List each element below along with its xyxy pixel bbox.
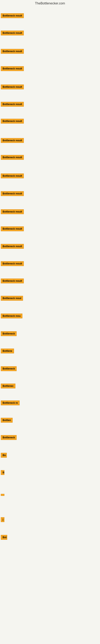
bottleneck-badge-8[interactable]: Bottleneck result — [1, 138, 24, 143]
bottleneck-item-21[interactable]: Bottleneck — [1, 366, 17, 372]
bottleneck-badge-25[interactable]: Bottleneck — [1, 435, 17, 440]
bottleneck-item-24[interactable]: Bottlen — [1, 418, 13, 424]
bottleneck-item-23[interactable]: Bottleneck re — [1, 400, 20, 406]
bottleneck-item-19[interactable]: Bottleneck — [1, 331, 17, 337]
bottleneck-badge-11[interactable]: Bottleneck result — [1, 191, 24, 196]
bottleneck-item-27[interactable]: B — [1, 470, 4, 476]
bottleneck-item-20[interactable]: Bottlene — [1, 348, 14, 354]
bottleneck-badge-16[interactable]: Bottleneck result — [1, 278, 24, 283]
bottleneck-badge-21[interactable]: Bottleneck — [1, 366, 17, 371]
bottleneck-item-12[interactable]: Bottleneck result — [1, 209, 24, 215]
bottleneck-item-17[interactable]: Bottleneck resul — [1, 296, 23, 302]
bottleneck-badge-15[interactable]: Bottleneck result — [1, 261, 24, 266]
bottleneck-badge-4[interactable]: Bottleneck result — [1, 66, 24, 71]
bottleneck-item-4[interactable]: Bottleneck result — [1, 66, 24, 72]
site-title: TheBottlenecker.com — [0, 0, 100, 6]
bottleneck-badge-20[interactable]: Bottlene — [1, 348, 14, 354]
bottleneck-badge-22[interactable]: Bottlenec — [1, 384, 15, 388]
bottleneck-badge-13[interactable]: Bottleneck result — [1, 226, 24, 231]
bottleneck-item-14[interactable]: Bottleneck result — [1, 244, 24, 250]
bottleneck-item-22[interactable]: Bottlenec — [1, 384, 15, 389]
bottleneck-badge-19[interactable]: Bottleneck — [1, 331, 17, 336]
bottleneck-badge-24[interactable]: Bottlen — [1, 418, 13, 422]
bottleneck-item-28[interactable] — [1, 493, 4, 497]
bottleneck-badge-26[interactable]: Bo — [1, 453, 7, 458]
bottleneck-item-11[interactable]: Bottleneck result — [1, 191, 24, 197]
bottleneck-item-29[interactable]: | — [1, 517, 4, 523]
bottleneck-badge-1[interactable]: Bottleneck result — [1, 13, 24, 18]
bottleneck-badge-9[interactable]: Bottleneck result — [1, 155, 24, 160]
content-area: Bottleneck resultBottleneck resultBottle… — [0, 6, 100, 642]
bottleneck-badge-28[interactable] — [1, 494, 4, 496]
bottleneck-item-16[interactable]: Bottleneck result — [1, 278, 24, 284]
bottleneck-badge-18[interactable]: Bottleneck resu — [1, 314, 22, 318]
bottleneck-item-6[interactable]: Bottleneck result — [1, 102, 24, 108]
bottleneck-badge-23[interactable]: Bottleneck re — [1, 400, 20, 405]
bottleneck-badge-10[interactable]: Bottleneck result — [1, 174, 24, 178]
bottleneck-item-13[interactable]: Bottleneck result — [1, 226, 24, 232]
bottleneck-item-9[interactable]: Bottleneck result — [1, 155, 24, 160]
bottleneck-badge-14[interactable]: Bottleneck result — [1, 244, 24, 249]
bottleneck-item-8[interactable]: Bottleneck result — [1, 138, 24, 144]
bottleneck-item-1[interactable]: Bottleneck result — [1, 13, 24, 19]
bottleneck-badge-12[interactable]: Bottleneck result — [1, 209, 24, 214]
bottleneck-item-10[interactable]: Bottleneck result — [1, 174, 24, 179]
bottleneck-badge-27[interactable]: B — [1, 470, 4, 475]
bottleneck-item-26[interactable]: Bo — [1, 453, 7, 458]
bottleneck-badge-17[interactable]: Bottleneck resul — [1, 296, 23, 301]
bottleneck-badge-5[interactable]: Bottleneck result — [1, 84, 24, 89]
bottleneck-item-18[interactable]: Bottleneck resu — [1, 314, 22, 319]
bottleneck-badge-29[interactable]: | — [1, 517, 4, 522]
bottleneck-item-25[interactable]: Bottleneck — [1, 435, 17, 441]
bottleneck-item-30[interactable]: Bot — [1, 535, 7, 540]
bottleneck-badge-30[interactable]: Bot — [1, 535, 7, 540]
bottleneck-badge-3[interactable]: Bottleneck result — [1, 49, 24, 54]
bottleneck-item-15[interactable]: Bottleneck result — [1, 261, 24, 267]
bottleneck-badge-7[interactable]: Bottleneck result — [1, 119, 24, 124]
bottleneck-item-3[interactable]: Bottleneck result — [1, 49, 24, 54]
bottleneck-item-7[interactable]: Bottleneck result — [1, 119, 24, 124]
bottleneck-item-2[interactable]: Bottleneck result — [1, 30, 24, 36]
bottleneck-badge-2[interactable]: Bottleneck result — [1, 30, 24, 36]
bottleneck-item-5[interactable]: Bottleneck result — [1, 84, 24, 90]
bottleneck-badge-6[interactable]: Bottleneck result — [1, 102, 24, 107]
